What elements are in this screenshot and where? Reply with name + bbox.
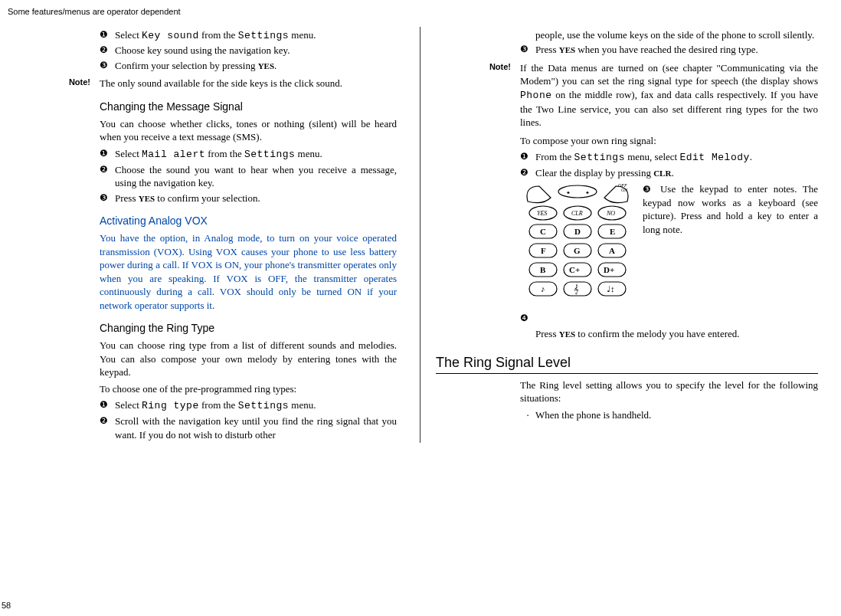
note-body: The only sound available for the side ke… xyxy=(100,77,397,90)
svg-text:✦: ✦ xyxy=(566,190,571,196)
bullet-icon: ❶ xyxy=(100,147,115,162)
heading-ring-signal-level: The Ring Signal Level xyxy=(436,353,818,374)
list-item: ❹ xyxy=(520,312,818,324)
step-text: Press YES to confirm your selection. xyxy=(115,192,397,205)
left-column: ❶ Select Key sound from the Settings men… xyxy=(0,27,420,443)
paragraph: You can choose whether clicks, tones or … xyxy=(100,117,397,144)
svg-point-0 xyxy=(558,185,597,198)
bullet-icon: ❶ xyxy=(100,398,115,413)
bullet-icon: ❷ xyxy=(100,163,115,190)
paragraph: To compose your own ring signal: xyxy=(520,134,818,148)
right-column: people, use the volume keys on the side … xyxy=(420,27,841,443)
note-label: Note! xyxy=(15,77,100,90)
step-text: Choose key sound using the navigation ke… xyxy=(115,44,397,57)
step-list-1: ❶ Select Key sound from the Settings men… xyxy=(100,28,397,73)
list-item: · When the phone is handheld. xyxy=(520,408,818,422)
step-text: Select Ring type from the Settings menu. xyxy=(115,398,397,413)
list-item: ❶ Select Mail alert from the Settings me… xyxy=(100,147,397,162)
step-text: Confirm your selection by pressing YES. xyxy=(115,59,397,73)
svg-text:D+: D+ xyxy=(604,265,614,274)
svg-text:♪: ♪ xyxy=(541,284,545,293)
list-item: ❶ Select Key sound from the Settings men… xyxy=(100,28,397,43)
note-label: Note! xyxy=(436,61,520,129)
bullet-icon: ❹ xyxy=(520,312,535,324)
note-block: Note! If the Data menus are turned on (s… xyxy=(436,61,818,129)
bullet-icon: ❶ xyxy=(100,28,115,43)
paragraph-vox: You have the option, in Analog mode, to … xyxy=(100,231,397,312)
step-text: Choose the sound you want to hear when y… xyxy=(115,163,397,190)
heading-analog-vox: Activating Analog VOX xyxy=(100,214,397,228)
step-text: people, use the volume keys on the side … xyxy=(535,28,818,42)
bullet-icon: ❸ xyxy=(100,192,115,205)
svg-text:B: B xyxy=(540,265,546,274)
bullet-icon: ❶ xyxy=(520,150,535,165)
svg-text:E: E xyxy=(610,227,615,236)
bullet-icon: ❷ xyxy=(100,414,115,441)
section-heading-row: The Ring Signal Level xyxy=(436,353,818,374)
step-text: Scroll with the navigation key until you… xyxy=(115,414,397,441)
list-item: ❸ Press YES when you have reached the de… xyxy=(520,43,818,57)
step-list-3-cont: people, use the volume keys on the side … xyxy=(520,28,818,57)
list-item: ❷ Scroll with the navigation key until y… xyxy=(100,414,397,441)
list-item: ❷ Clear the display by pressing CLR. xyxy=(520,166,818,180)
keypad-icon: ✦ ✦ OFF ON YES CLR NO C D E F G xyxy=(520,182,635,305)
bullet-icon: ❸ xyxy=(520,43,535,57)
list-item: ❷ Choose key sound using the navigation … xyxy=(100,44,397,57)
svg-text:G: G xyxy=(574,246,581,255)
svg-text:NO: NO xyxy=(606,210,615,217)
page-header: Some features/menus are operator depende… xyxy=(0,0,841,18)
paragraph: The Ring level setting allows you to spe… xyxy=(520,378,818,405)
bullet-dot-icon: · xyxy=(520,408,535,422)
paragraph: To choose one of the pre-programmed ring… xyxy=(100,382,397,396)
note-body: If the Data menus are turned on (see cha… xyxy=(520,61,818,129)
bullet-icon: ❷ xyxy=(520,166,535,180)
step-text: Select Mail alert from the Settings menu… xyxy=(115,147,397,162)
step-text: Press YES to confirm the melody you have… xyxy=(520,327,818,341)
bullet-icon: ❸ xyxy=(100,59,115,73)
svg-text:D: D xyxy=(574,227,581,236)
heading-ring-type: Changing the Ring Type xyxy=(100,321,397,336)
keypad-figure-row: ✦ ✦ OFF ON YES CLR NO C D E F G xyxy=(520,182,818,309)
svg-text:YES: YES xyxy=(537,210,547,217)
list-item: ❶ Select Ring type from the Settings men… xyxy=(100,398,397,413)
list-item: ❸ Press YES to confirm your selection. xyxy=(100,192,397,205)
step-text: Press YES when you have reached the desi… xyxy=(535,43,818,57)
step-list-4b: ❹ xyxy=(520,312,818,324)
heading-message-signal: Changing the Message Signal xyxy=(100,100,397,114)
bullet-icon: ❷ xyxy=(100,44,115,57)
two-column-layout: ❶ Select Key sound from the Settings men… xyxy=(0,27,841,443)
page-number: 58 xyxy=(2,600,11,611)
keypad-figure: ✦ ✦ OFF ON YES CLR NO C D E F G xyxy=(520,182,635,309)
svg-text:ON: ON xyxy=(621,188,628,192)
list-item: people, use the volume keys on the side … xyxy=(520,28,818,42)
svg-text:C: C xyxy=(540,227,546,236)
step-list-4: ❶ From the Settings menu, select Edit Me… xyxy=(520,150,818,179)
svg-text:C+: C+ xyxy=(569,265,580,274)
svg-text:𝄞: 𝄞 xyxy=(574,284,579,295)
step-text: ❸ Use the keypad to enter notes. The key… xyxy=(635,182,818,309)
step-list-3: ❶ Select Ring type from the Settings men… xyxy=(100,398,397,441)
svg-text:✦: ✦ xyxy=(585,190,590,196)
svg-text:A: A xyxy=(609,246,615,255)
list-text: When the phone is handheld. xyxy=(535,408,651,422)
step-text: Select Key sound from the Settings menu. xyxy=(115,28,397,43)
step-list-2: ❶ Select Mail alert from the Settings me… xyxy=(100,147,397,205)
paragraph: You can choose ring type from a list of … xyxy=(100,339,397,379)
list-item: ❶ From the Settings menu, select Edit Me… xyxy=(520,150,818,165)
svg-text:♩↕: ♩↕ xyxy=(607,284,615,293)
step-text: Clear the display by pressing CLR. xyxy=(535,166,818,180)
svg-text:F: F xyxy=(541,246,546,255)
bullet-icon: ❸ xyxy=(643,184,654,195)
list-item: ❸ Confirm your selection by pressing YES… xyxy=(100,59,397,73)
svg-text:CLR: CLR xyxy=(571,210,583,217)
list-item: ❷ Choose the sound you want to hear when… xyxy=(100,163,397,190)
step-text: From the Settings menu, select Edit Melo… xyxy=(535,150,818,165)
note-block: Note! The only sound available for the s… xyxy=(15,77,397,90)
